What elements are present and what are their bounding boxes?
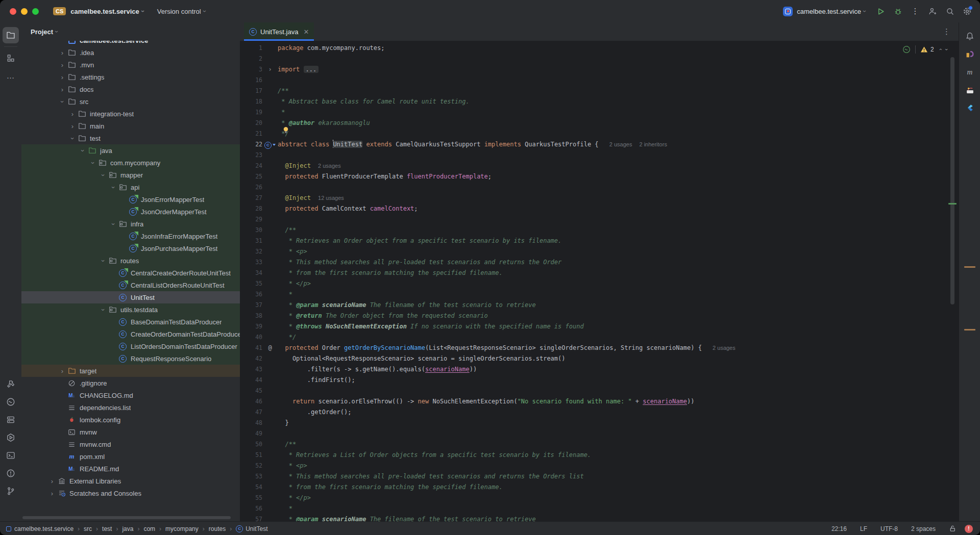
code-line[interactable]: 27 @Inject12 usages — [240, 193, 959, 203]
tree-item-listordersdomaintestdataproducer[interactable]: CListOrdersDomainTestDataProducer — [21, 340, 240, 352]
tree-item-routes[interactable]: ›routes — [21, 254, 240, 267]
code-line[interactable]: 45 — [240, 386, 959, 396]
chevron-right-icon[interactable]: › — [47, 477, 57, 485]
code-line[interactable]: 16 — [240, 75, 959, 86]
code-line[interactable]: 39 * @throws NoSuchElementException If n… — [240, 321, 959, 332]
annotation-gutter-icon[interactable]: @ — [268, 344, 272, 351]
problems-tool-icon[interactable] — [3, 465, 19, 481]
build-tool-icon[interactable] — [3, 376, 19, 392]
tree-item-lombok-config[interactable]: lombok.config — [21, 414, 240, 426]
chevron-down-icon[interactable]: › — [69, 133, 77, 143]
status-22-16[interactable]: 22:16 — [831, 525, 847, 532]
tree-item-com-mycompany[interactable]: ›com.mycompany — [21, 157, 240, 169]
inspections-widget[interactable]: 2 › › — [902, 44, 948, 55]
search-icon[interactable] — [942, 4, 958, 19]
settings-icon[interactable] — [960, 4, 975, 19]
tree-item-centrallistordersrouteunittest[interactable]: CCentralListOrdersRouteUnitTest — [21, 279, 240, 291]
tree-item-main[interactable]: ›main — [21, 120, 240, 132]
code-editor[interactable]: 1package com.mycompany.routes;23›import … — [240, 41, 959, 523]
editor-options-icon[interactable]: ⋮ — [943, 27, 950, 36]
code-line[interactable]: 24 @Inject2 usages — [240, 161, 959, 171]
code-line[interactable]: 28 protected CamelContext camelContext; — [240, 203, 959, 214]
tree-item--idea[interactable]: ›.idea — [21, 46, 240, 59]
chevron-right-icon[interactable]: › — [67, 122, 78, 130]
next-problem-icon[interactable]: › — [944, 48, 950, 50]
code-line[interactable]: 48 } — [240, 418, 959, 428]
breadcrumb-routes[interactable]: routes — [209, 525, 226, 532]
debug-icon[interactable] — [890, 4, 905, 19]
more-actions-icon[interactable]: ⋮ — [908, 4, 923, 19]
code-line[interactable]: 1package com.mycompany.routes; — [240, 43, 959, 54]
code-line[interactable]: 29 — [240, 214, 959, 225]
tree-item-src[interactable]: ›src — [21, 95, 240, 108]
chevron-right-icon[interactable]: › — [57, 49, 67, 57]
code-line[interactable]: 47 .getOrder(); — [240, 407, 959, 418]
chevron-down-icon[interactable]: › — [110, 182, 117, 192]
chevron-right-icon[interactable]: › — [57, 73, 67, 81]
tree-item-scratches-and-consoles[interactable]: ›Scratches and Consoles — [21, 487, 240, 499]
prev-problem-icon[interactable]: › — [937, 48, 943, 50]
chevron-down-icon[interactable]: › — [100, 170, 107, 180]
tree-item-createorderdomaintestdataproducer[interactable]: CCreateOrderDomainTestDataProducer — [21, 328, 240, 340]
services-tool-icon[interactable] — [3, 412, 19, 428]
run-configuration-selector[interactable]: camelbee.test.service› — [783, 7, 866, 16]
project-menu[interactable]: camelbee.test.service› — [70, 8, 143, 15]
tree-item-utils-testdata[interactable]: ›utils.testdata — [21, 303, 240, 316]
editor-scrollbar[interactable] — [950, 57, 954, 304]
structure-tool-icon[interactable] — [3, 50, 19, 66]
code-line[interactable]: 22Cabstract class UnitTest extends Camel… — [240, 139, 959, 150]
code-line[interactable]: 42 Optional<RequestResponseScenario> sce… — [240, 353, 959, 364]
tree-item-jsoninfraerrormappertest[interactable]: CJsonInfraErrorMapperTest — [21, 230, 240, 242]
code-line[interactable]: 46 return scenario.orElseThrow(() -> new… — [240, 396, 959, 407]
code-line[interactable]: 30 /** — [240, 225, 959, 236]
tree-item-basedomaintestdataproducer[interactable]: CBaseDomainTestDataProducer — [21, 316, 240, 328]
intention-bulb-icon[interactable] — [282, 126, 290, 134]
tree-item-dependencies-list[interactable]: dependencies.list — [21, 401, 240, 414]
code-line[interactable]: 18 * Abstract base class for Camel route… — [240, 96, 959, 107]
tree-item-infra[interactable]: ›infra — [21, 218, 240, 230]
tree-item-api[interactable]: ›api — [21, 181, 240, 193]
code-line[interactable]: 2 — [240, 54, 959, 64]
chevron-right-icon[interactable]: › — [57, 367, 67, 375]
tree-item-test[interactable]: ›test — [21, 132, 240, 144]
git-tool-icon[interactable] — [3, 483, 19, 499]
tree-item-jsonerrormappertest[interactable]: CJsonErrorMapperTest — [21, 193, 240, 206]
code-line[interactable]: 3›import ... — [240, 64, 959, 75]
tree-item-requestresponsescenario[interactable]: CRequestResponseScenario — [21, 352, 240, 365]
chevron-right-icon[interactable]: › — [57, 61, 67, 69]
code-line[interactable]: 41@ protected Order getOrderByScenarioNa… — [240, 343, 959, 353]
code-line[interactable]: 34 * from the first scenario matching th… — [240, 268, 959, 278]
tree-item-mvnw[interactable]: mvnw — [21, 426, 240, 438]
chevron-right-icon[interactable]: › — [47, 490, 57, 497]
project-panel-header[interactable]: Project › — [21, 22, 240, 41]
code-line[interactable]: 54 * from the first scenario matching th… — [240, 482, 959, 493]
tree-item-java[interactable]: ›java — [21, 144, 240, 157]
chevron-down-icon[interactable]: › — [79, 145, 87, 156]
tree-item-mvnw-cmd[interactable]: mvnw.cmd — [21, 438, 240, 450]
close-tab-icon[interactable]: ✕ — [303, 28, 309, 36]
status-2-spaces[interactable]: 2 spaces — [911, 525, 936, 532]
tab-unittest-java[interactable]: C UnitTest.java ✕ — [244, 22, 314, 41]
tree-item--gitignore[interactable]: .gitignore — [21, 377, 240, 389]
code-line[interactable]: 38 * @return The Order object from the r… — [240, 311, 959, 321]
code-line[interactable]: 21 */ — [240, 129, 959, 139]
chevron-down-icon[interactable]: › — [89, 158, 97, 168]
code-line[interactable]: 25 protected FluentProducerTemplate flue… — [240, 171, 959, 182]
folded-imports[interactable]: ... — [304, 66, 319, 73]
code-line[interactable]: 19 * — [240, 107, 959, 118]
code-line[interactable]: 56 * — [240, 503, 959, 514]
class-implementations-gutter-icon[interactable]: C — [264, 141, 276, 148]
chevron-down-icon[interactable]: › — [59, 96, 66, 107]
project-horizontal-scrollbar[interactable] — [22, 516, 231, 519]
tree-item-target[interactable]: ›target — [21, 365, 240, 377]
code-line[interactable]: 20 * @author ekaraosmanoglu — [240, 118, 959, 129]
zoom-window-button[interactable] — [32, 8, 39, 15]
code-line[interactable]: 51 * Retrieves a List of Order objects f… — [240, 450, 959, 461]
status-utf-8[interactable]: UTF-8 — [880, 525, 898, 532]
code-line[interactable]: 33 * This method searches all pre-loaded… — [240, 257, 959, 268]
tree-item-docs[interactable]: ›docs — [21, 83, 240, 95]
code-line[interactable]: 36 * — [240, 289, 959, 300]
code-line[interactable]: 49 — [240, 428, 959, 439]
version-control-menu[interactable]: Version control› — [157, 8, 206, 15]
project-tool-icon[interactable] — [3, 27, 19, 43]
